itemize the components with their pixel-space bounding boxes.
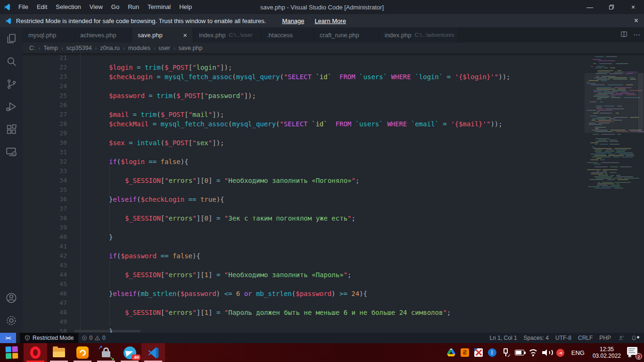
usb-icon[interactable]: ✓ [501,347,511,358]
network-error-icon[interactable] [474,347,483,358]
bluetooth-icon[interactable]: ᛒ [487,347,497,358]
line-number: 21 [23,53,67,63]
menu-run[interactable]: Run [124,0,143,14]
code-line: 21 [23,53,644,63]
problems-status[interactable]: 0 0 [78,335,108,341]
opera-icon [30,346,41,359]
wifi-icon[interactable] [528,347,538,358]
tab-detail: C:\...\user [229,32,252,38]
line-number: 40 [23,232,67,242]
menu-go[interactable]: Go [107,0,124,14]
more-actions-icon[interactable]: ⋯ [633,31,640,39]
line-number: 27 [23,110,67,119]
banner-close-icon[interactable]: × [634,16,638,25]
extensions-icon[interactable] [0,118,23,140]
breadcrumb-item[interactable]: scp35394 [66,45,91,51]
taskbar-app-vscode[interactable] [141,343,165,362]
remote-explorer-icon[interactable] [0,140,23,163]
language-indicator[interactable]: ENG [571,349,585,356]
restricted-mode-status[interactable]: Restricted Mode [20,333,78,343]
run-debug-icon[interactable] [0,95,23,118]
accounts-icon[interactable] [0,287,23,309]
taskbar-app-proxy-lock[interactable]: ↗↘ [94,343,118,362]
code-line: 42if($password == false){ [23,251,644,261]
close-window-button[interactable]: × [622,0,644,14]
cursor-position[interactable]: Ln 1, Col 1 [487,335,520,341]
tab-achieves-php[interactable]: achieves.php [74,27,132,42]
code-editor[interactable]: 2122$login = trim($_POST["login"]);23$ch… [23,53,644,333]
taskbar-app-opera[interactable] [24,343,47,362]
clock-date: 03.02.2022 [593,353,621,359]
taskbar-app-uc-browser[interactable] [71,343,94,362]
code-line: 23$checkLogin = mysql_fetch_assoc(mysql_… [23,72,644,82]
eol-sequence[interactable]: CRLF [575,335,596,341]
volume-icon[interactable] [542,347,552,358]
indent-guide [109,261,110,270]
google-drive-icon[interactable] [446,347,456,358]
code-line: 35 [23,185,644,195]
tab-index-php[interactable]: index.phpC:\...\user [193,27,261,42]
source-control-icon[interactable] [0,73,23,95]
line-number: 34 [23,176,67,185]
restore-button[interactable] [601,0,622,14]
indent-guide [109,317,110,327]
minimize-button[interactable]: — [579,0,601,14]
shield-icon [25,335,30,341]
learn-more-link[interactable]: Learn More [314,17,346,25]
indentation[interactable]: Spaces: 4 [520,335,552,341]
line-number: 26 [23,100,67,110]
language-mode[interactable]: PHP [596,335,614,341]
indent-guide [109,176,110,185]
tab-label: index.php [385,32,411,39]
network-error-icon [474,348,483,357]
breadcrumb-item[interactable]: z0na.ru [100,45,120,51]
explorer-icon[interactable] [0,27,23,50]
breadcrumb-item[interactable]: modules [128,45,150,51]
indent-guide [80,317,81,327]
start-button[interactable] [0,343,24,362]
manage-link[interactable]: Manage [282,17,304,25]
settings-gear-icon[interactable] [0,309,23,332]
code-line: 26 [23,100,644,110]
menu-terminal[interactable]: Terminal [143,0,175,14]
record-icon[interactable]: -o [556,347,565,358]
code-line: 45 [23,280,644,289]
tab-craft_rune-php[interactable]: craft_rune.php [314,27,379,42]
tab--htaccess[interactable]: .htaccess [261,27,314,42]
feedback-icon[interactable] [614,335,627,341]
encoding[interactable]: UTF-8 [552,335,575,341]
editor-tabs: mysql.phpachieves.phpsave.php×index.phpC… [23,27,644,42]
indent-guide [80,129,81,138]
line-number: 37 [23,204,67,214]
breadcrumb-item[interactable]: save.php [179,45,203,51]
breadcrumb-item[interactable]: user [159,45,170,51]
search-icon[interactable] [0,50,23,73]
split-editor-icon[interactable] [620,31,627,40]
taskbar-clock[interactable]: 12:3503.02.2022 [593,346,621,359]
code-line: 38$_SESSION["errors"][0] = "Зек с таким … [23,214,644,223]
menu-selection[interactable]: Selection [51,0,85,14]
window-title: save.php - Visual Studio Code [Administr… [260,4,384,11]
menu-help[interactable]: Help [175,0,196,14]
remote-indicator[interactable]: >< [0,333,16,343]
code-text: $mail = trim($_POST["mail"]); [109,110,224,119]
tab-index-php[interactable]: index.phpC:\...\adventures [379,27,458,42]
activity-bar [0,27,23,333]
menu-edit[interactable]: Edit [33,0,51,14]
taskbar-app-file-explorer[interactable] [47,343,71,362]
bell-icon[interactable] [627,335,640,341]
menu-view[interactable]: View [85,0,107,14]
notifications-button[interactable]: 2 [627,347,639,358]
tab-close-icon[interactable]: × [183,31,187,39]
menu-file[interactable]: File [14,0,33,14]
battery-icon[interactable] [515,347,524,358]
breadcrumb-item[interactable]: Temp [43,45,58,51]
tab-save-php[interactable]: save.php× [132,27,193,42]
breadcrumb-item[interactable]: C: [29,45,35,51]
line-number: 35 [23,185,67,195]
google-drive-icon [446,348,456,357]
orange-app-icon[interactable]: Ƨ [460,347,470,358]
taskbar-app-telegram[interactable]: .60 [118,343,141,362]
tab-mysql-php[interactable]: mysql.php [23,27,74,42]
line-number: 46 [23,289,67,298]
